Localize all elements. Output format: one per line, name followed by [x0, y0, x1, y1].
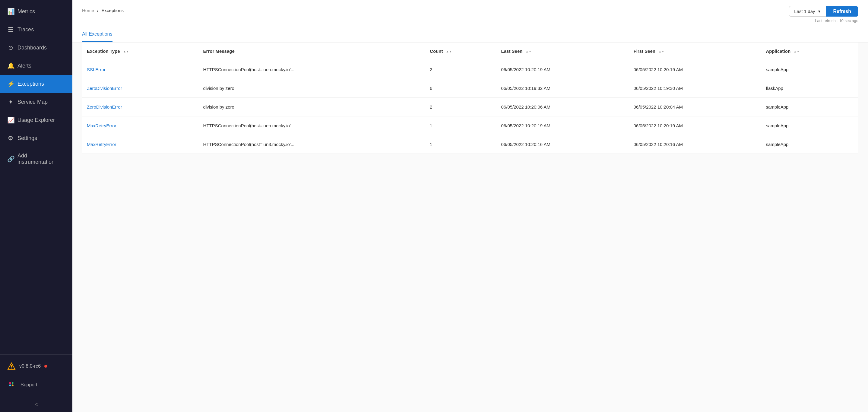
sidebar-item-usage-explorer[interactable]: 📈Usage Explorer: [0, 111, 72, 129]
sidebar-item-exceptions[interactable]: ⚡Exceptions: [0, 75, 72, 93]
sort-icon-application: ▲▼: [794, 50, 800, 53]
time-select-label: Last 1 day: [794, 9, 815, 14]
cell-error-message-4: HTTPSConnectionPool(host='un3.mocky.io'.…: [198, 135, 425, 154]
cell-error-message-0: HTTPSConnectionPool(host='uen.mocky.io'.…: [198, 60, 425, 79]
version-badge: [44, 365, 48, 368]
table-row: ZeroDivisionError division by zero 2 06/…: [82, 98, 858, 117]
sidebar-item-alerts[interactable]: 🔔Alerts: [0, 57, 72, 75]
cell-first-seen-2: 06/05/2022 10:20:04 AM: [628, 98, 761, 117]
cell-error-message-3: HTTPSConnectionPool(host='uen.mocky.io'.…: [198, 117, 425, 135]
sidebar-collapse-button[interactable]: <: [0, 397, 72, 412]
sidebar-item-label: Alerts: [18, 63, 31, 69]
breadcrumb-separator: /: [97, 8, 98, 13]
col-application[interactable]: Application ▲▼: [761, 42, 858, 60]
topbar-right: Last 1 day ▼ Refresh Last refresh - 10 s…: [789, 6, 858, 23]
exception-type-link-0[interactable]: SSLError: [87, 67, 105, 72]
sidebar-item-metrics[interactable]: 📊Metrics: [0, 2, 72, 21]
col-count[interactable]: Count ▲▼: [425, 42, 496, 60]
traces-icon: ☰: [7, 26, 14, 33]
cell-count-3: 1: [425, 117, 496, 135]
sidebar: 📊Metrics☰Traces⊙Dashboards🔔Alerts⚡Except…: [0, 0, 72, 412]
cell-error-message-1: division by zero: [198, 79, 425, 98]
service-map-icon: ✦: [7, 98, 14, 105]
topbar: Home / Exceptions Last 1 day ▼ Refresh L…: [72, 0, 868, 23]
col-last-seen[interactable]: Last Seen ▲▼: [496, 42, 629, 60]
exception-type-link-3[interactable]: MaxRetryError: [87, 123, 116, 128]
breadcrumb-current: Exceptions: [102, 8, 124, 13]
chevron-down-icon: ▼: [818, 9, 821, 13]
cell-last-seen-2: 06/05/2022 10:20:06 AM: [496, 98, 629, 117]
main-content: Home / Exceptions Last 1 day ▼ Refresh L…: [72, 0, 868, 412]
sort-icon-count: ▲▼: [446, 50, 452, 53]
sidebar-bottom: v0.8.0-rc6 Support: [0, 354, 72, 397]
cell-count-1: 6: [425, 79, 496, 98]
table-row: ZeroDivisionError division by zero 6 06/…: [82, 79, 858, 98]
sidebar-item-settings[interactable]: ⚙Settings: [0, 129, 72, 147]
usage-explorer-icon: 📈: [7, 117, 14, 124]
sidebar-item-support[interactable]: Support: [0, 375, 72, 394]
refresh-button[interactable]: Refresh: [826, 6, 858, 17]
sidebar-item-dashboards[interactable]: ⊙Dashboards: [0, 39, 72, 57]
exception-type-link-2[interactable]: ZeroDivisionError: [87, 104, 122, 109]
exception-type-link-4[interactable]: MaxRetryError: [87, 142, 116, 147]
cell-application-1: flaskApp: [761, 79, 858, 98]
tab-all-exceptions[interactable]: All Exceptions: [82, 28, 113, 42]
cell-exception-type-2[interactable]: ZeroDivisionError: [82, 98, 198, 117]
exceptions-icon: ⚡: [7, 80, 14, 88]
cell-first-seen-0: 06/05/2022 10:20:19 AM: [628, 60, 761, 79]
svg-rect-2: [9, 385, 11, 386]
sort-icon-first-seen: ▲▼: [658, 50, 664, 53]
svg-rect-1: [9, 382, 11, 384]
tabs-bar: All Exceptions: [72, 28, 868, 42]
cell-count-0: 2: [425, 60, 496, 79]
cell-application-0: sampleApp: [761, 60, 858, 79]
cell-last-seen-3: 06/05/2022 10:20:19 AM: [496, 117, 629, 135]
sidebar-item-label: Settings: [18, 135, 37, 141]
sidebar-item-traces[interactable]: ☰Traces: [0, 21, 72, 39]
svg-rect-3: [12, 382, 13, 384]
topbar-controls: Last 1 day ▼ Refresh: [789, 6, 858, 17]
sort-icon-exception-type: ▲▼: [123, 50, 129, 53]
support-label: Support: [21, 382, 37, 387]
add-instrumentation-icon: 🔗: [7, 155, 14, 163]
cell-first-seen-3: 06/05/2022 10:20:19 AM: [628, 117, 761, 135]
cell-first-seen-1: 06/05/2022 10:19:30 AM: [628, 79, 761, 98]
warning-icon: [7, 362, 16, 370]
sidebar-item-add-instrumentation[interactable]: 🔗Add instrumentation: [0, 147, 72, 171]
cell-application-2: sampleApp: [761, 98, 858, 117]
exception-type-link-1[interactable]: ZeroDivisionError: [87, 86, 122, 91]
cell-exception-type-0[interactable]: SSLError: [82, 60, 198, 79]
collapse-icon: <: [35, 402, 38, 408]
cell-application-3: sampleApp: [761, 117, 858, 135]
cell-exception-type-1[interactable]: ZeroDivisionError: [82, 79, 198, 98]
col-first-seen[interactable]: First Seen ▲▼: [628, 42, 761, 60]
cell-error-message-2: division by zero: [198, 98, 425, 117]
time-select[interactable]: Last 1 day ▼: [789, 6, 826, 17]
table-area: Exception Type ▲▼ Error Message Count ▲▼…: [72, 42, 868, 412]
breadcrumb-home[interactable]: Home: [82, 8, 94, 13]
alerts-icon: 🔔: [7, 62, 14, 69]
sidebar-item-label: Usage Explorer: [18, 117, 55, 123]
sidebar-nav: 📊Metrics☰Traces⊙Dashboards🔔Alerts⚡Except…: [0, 0, 72, 354]
settings-icon: ⚙: [7, 134, 14, 142]
breadcrumb: Home / Exceptions: [82, 6, 124, 13]
cell-count-2: 2: [425, 98, 496, 117]
cell-exception-type-3[interactable]: MaxRetryError: [82, 117, 198, 135]
sidebar-item-label: Metrics: [18, 8, 35, 15]
col-exception-type[interactable]: Exception Type ▲▼: [82, 42, 198, 60]
cell-last-seen-4: 06/05/2022 10:20:16 AM: [496, 135, 629, 154]
sidebar-item-service-map[interactable]: ✦Service Map: [0, 93, 72, 111]
sidebar-item-label: Dashboards: [18, 45, 47, 51]
cell-exception-type-4[interactable]: MaxRetryError: [82, 135, 198, 154]
version-label: v0.8.0-rc6: [19, 363, 41, 369]
exceptions-table: Exception Type ▲▼ Error Message Count ▲▼…: [82, 42, 858, 154]
table-row: MaxRetryError HTTPSConnectionPool(host='…: [82, 117, 858, 135]
sidebar-item-version[interactable]: v0.8.0-rc6: [0, 357, 72, 375]
sort-icon-last-seen: ▲▼: [526, 50, 532, 53]
table-body: SSLError HTTPSConnectionPool(host='uen.m…: [82, 60, 858, 154]
sidebar-item-label: Exceptions: [18, 81, 44, 87]
sidebar-item-label: Add instrumentation: [18, 153, 65, 165]
slack-icon: [7, 380, 17, 390]
col-error-message: Error Message: [198, 42, 425, 60]
cell-last-seen-1: 06/05/2022 10:19:32 AM: [496, 79, 629, 98]
